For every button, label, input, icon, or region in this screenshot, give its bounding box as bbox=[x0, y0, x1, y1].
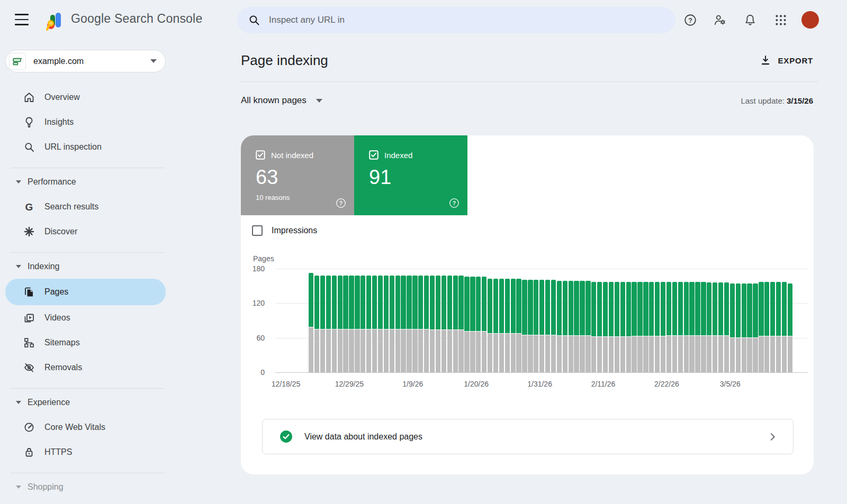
chart-bar[interactable] bbox=[609, 282, 614, 372]
chart-bar[interactable] bbox=[632, 282, 636, 372]
chart-bar[interactable] bbox=[580, 281, 584, 372]
chart-bar[interactable] bbox=[511, 279, 516, 372]
chart-bar[interactable] bbox=[464, 277, 469, 372]
chart-bar[interactable] bbox=[695, 282, 700, 372]
chart-bar[interactable] bbox=[534, 280, 538, 372]
chart-bar[interactable] bbox=[730, 283, 735, 372]
chart-bar[interactable] bbox=[666, 282, 671, 372]
chart-bar[interactable] bbox=[661, 282, 665, 372]
chart-bar[interactable] bbox=[574, 281, 579, 372]
chart-bar[interactable] bbox=[569, 281, 573, 372]
chart-bar[interactable] bbox=[430, 276, 435, 372]
bell-icon[interactable] bbox=[743, 13, 757, 27]
chart-bar[interactable] bbox=[689, 282, 694, 372]
sidebar-section-shopping[interactable]: Shopping bbox=[0, 474, 175, 499]
chart-bar[interactable] bbox=[620, 282, 625, 372]
chart-bar[interactable] bbox=[597, 282, 602, 372]
property-selector[interactable]: example.com bbox=[5, 50, 166, 72]
chart-bar[interactable] bbox=[678, 282, 683, 372]
chart-bar[interactable] bbox=[343, 276, 348, 372]
chart-bar[interactable] bbox=[441, 276, 446, 372]
chart-bar[interactable] bbox=[384, 276, 389, 372]
chart-bar[interactable] bbox=[453, 276, 458, 372]
sidebar-item-pages[interactable]: Pages bbox=[5, 279, 166, 305]
chart-bar[interactable] bbox=[447, 276, 452, 372]
chart-bar[interactable] bbox=[314, 276, 319, 372]
chart-bar[interactable] bbox=[338, 276, 343, 372]
user-settings-icon[interactable] bbox=[713, 13, 727, 27]
unchecked-checkbox-icon[interactable] bbox=[252, 225, 263, 236]
chart-bar[interactable] bbox=[672, 282, 677, 372]
chart-bar[interactable] bbox=[372, 276, 377, 372]
sidebar-item-search-results[interactable]: G Search results bbox=[0, 194, 175, 219]
search-input[interactable] bbox=[269, 15, 639, 25]
chart-bar[interactable] bbox=[615, 282, 619, 372]
chart-bar[interactable] bbox=[436, 276, 440, 372]
chart-bar[interactable] bbox=[361, 276, 365, 372]
sidebar-item-insights[interactable]: Insights bbox=[0, 109, 175, 134]
chart-bar[interactable] bbox=[528, 280, 533, 372]
chart-bar[interactable] bbox=[505, 279, 510, 372]
apps-grid-icon[interactable] bbox=[774, 13, 788, 27]
chart-bar[interactable] bbox=[349, 276, 354, 372]
checked-checkbox-icon[interactable] bbox=[369, 150, 379, 160]
sidebar-item-core-web-vitals[interactable]: Core Web Vitals bbox=[0, 415, 175, 439]
chart-bar[interactable] bbox=[649, 282, 654, 372]
chart-bar[interactable] bbox=[412, 276, 417, 372]
chart-bar[interactable] bbox=[418, 276, 423, 372]
chart-bar[interactable] bbox=[309, 273, 313, 372]
hamburger-menu-icon[interactable] bbox=[15, 14, 29, 25]
avatar[interactable] bbox=[801, 11, 819, 29]
chart-bar[interactable] bbox=[563, 281, 567, 372]
chart-bar[interactable] bbox=[401, 276, 406, 372]
chart-bar[interactable] bbox=[476, 277, 481, 372]
chart-bar[interactable] bbox=[522, 280, 527, 372]
chart-bar[interactable] bbox=[742, 283, 746, 372]
sidebar-item-videos[interactable]: Videos bbox=[0, 305, 175, 330]
help-icon[interactable]: ? bbox=[335, 197, 347, 209]
help-icon[interactable]: ? bbox=[683, 13, 697, 27]
chart-bar[interactable] bbox=[637, 282, 642, 372]
chart-bar[interactable] bbox=[747, 283, 752, 372]
sidebar-item-sitemaps[interactable]: Sitemaps bbox=[0, 330, 175, 355]
chart-bar[interactable] bbox=[713, 282, 717, 372]
chart-bar[interactable] bbox=[707, 282, 711, 372]
chart-bar[interactable] bbox=[493, 279, 498, 372]
chart-bar[interactable] bbox=[557, 281, 562, 372]
indexed-card[interactable]: Indexed 91 ? bbox=[354, 135, 467, 215]
sidebar-section-indexing[interactable]: Indexing bbox=[0, 254, 175, 279]
view-indexed-data-row[interactable]: View data about indexed pages bbox=[262, 419, 794, 454]
chart-bar[interactable] bbox=[782, 282, 787, 372]
chart-bar[interactable] bbox=[759, 282, 763, 372]
chart-bar[interactable] bbox=[736, 283, 741, 372]
chart-bar[interactable] bbox=[788, 283, 792, 372]
chart-bar[interactable] bbox=[684, 282, 689, 372]
chart-bar[interactable] bbox=[591, 282, 596, 372]
chart-bar[interactable] bbox=[424, 276, 429, 372]
page-filter-dropdown[interactable]: All known pages bbox=[241, 95, 322, 106]
sidebar-item-https[interactable]: HTTPS bbox=[0, 439, 175, 464]
chart-bar[interactable] bbox=[407, 276, 411, 372]
chart-bar[interactable] bbox=[516, 279, 521, 372]
chart-bar[interactable] bbox=[603, 282, 608, 372]
sidebar-section-performance[interactable]: Performance bbox=[0, 169, 175, 194]
checked-checkbox-icon[interactable] bbox=[256, 150, 265, 160]
export-button[interactable]: EXPORT bbox=[759, 54, 813, 67]
sidebar-section-experience[interactable]: Experience bbox=[0, 390, 175, 415]
chart-bar[interactable] bbox=[499, 279, 504, 372]
chart-bar[interactable] bbox=[366, 276, 371, 372]
chart-bar[interactable] bbox=[724, 282, 729, 372]
chart-plot[interactable] bbox=[275, 269, 808, 372]
sidebar-item-discover[interactable]: Discover bbox=[0, 219, 175, 244]
chart-bar[interactable] bbox=[326, 276, 331, 372]
chart-bar[interactable] bbox=[395, 276, 400, 372]
chart-bar[interactable] bbox=[776, 282, 781, 372]
chart-bar[interactable] bbox=[643, 282, 648, 372]
chart-bar[interactable] bbox=[378, 276, 383, 372]
chart-bar[interactable] bbox=[390, 276, 394, 372]
chart-bar[interactable] bbox=[770, 282, 775, 372]
not-indexed-card[interactable]: Not indexed 63 10 reasons ? bbox=[241, 135, 354, 215]
chart-bar[interactable] bbox=[585, 281, 590, 372]
impressions-toggle[interactable]: Impressions bbox=[252, 225, 317, 236]
chart-bar[interactable] bbox=[764, 282, 769, 372]
